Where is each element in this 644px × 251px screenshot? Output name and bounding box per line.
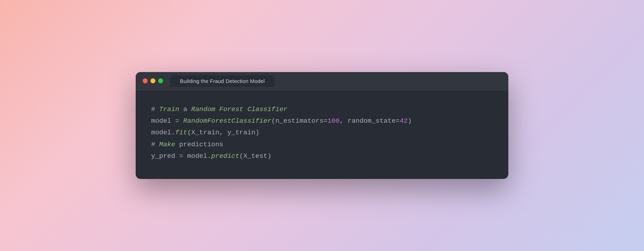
arg1-val: 100 [328, 117, 340, 125]
code-line-3: model.fit(X_train, y_train) [151, 127, 493, 139]
model-assign: model = [151, 117, 183, 125]
comment-predictions: predictions [175, 141, 223, 148]
close-button[interactable] [143, 78, 148, 83]
arg2-key: , random_state= [340, 117, 400, 125]
code-line-4: # Make predictions [151, 139, 493, 150]
close-paren: ) [408, 117, 412, 125]
minimize-button[interactable] [150, 78, 155, 83]
titlebar: Building the Fraud Detection Model [136, 72, 508, 90]
rfc-func: RandomForestClassifier [183, 117, 271, 125]
comment-hash-2: # [151, 141, 159, 148]
code-line-5: y_pred = model.predict(X_test) [151, 150, 493, 162]
predict-method: predict [211, 152, 239, 160]
open-paren: ( [271, 117, 275, 125]
keyword-make: Make [159, 141, 175, 148]
fit-method: fit [175, 129, 187, 136]
comment-hash-1: # [151, 105, 159, 113]
maximize-button[interactable] [158, 78, 163, 83]
comment-a: a [179, 105, 191, 113]
code-line-2: model = RandomForestClassifier(n_estimat… [151, 115, 493, 127]
code-editor: # Train a Random Forest Classifier model… [136, 90, 508, 179]
class-name: Random Forest Classifier [191, 105, 288, 113]
arg2-val: 42 [400, 117, 408, 125]
window-tab: Building the Fraud Detection Model [170, 75, 275, 87]
ypred-prefix: y_pred = model. [151, 152, 211, 160]
code-window: Building the Fraud Detection Model # Tra… [136, 72, 508, 179]
model-fit-prefix: model. [151, 129, 175, 136]
window-title: Building the Fraud Detection Model [180, 78, 265, 84]
predict-args: (X_test) [239, 152, 271, 160]
fit-args: (X_train, y_train) [187, 129, 259, 136]
code-line-1: # Train a Random Forest Classifier [151, 104, 493, 115]
keyword-train: Train [159, 105, 179, 113]
arg1-key: n_estimators= [275, 117, 327, 125]
traffic-lights [143, 78, 163, 83]
